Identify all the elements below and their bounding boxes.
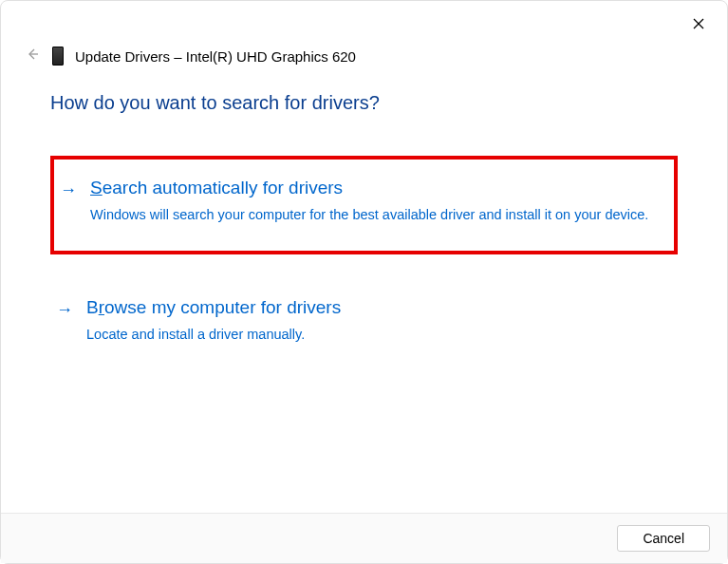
close-icon bbox=[693, 18, 704, 29]
device-icon bbox=[52, 47, 64, 66]
option-browse-computer[interactable]: → Browse my computer for drivers Locate … bbox=[50, 279, 678, 361]
option-title: Browse my computer for drivers bbox=[86, 296, 668, 319]
update-drivers-dialog: Update Drivers – Intel(R) UHD Graphics 6… bbox=[0, 0, 728, 564]
option-title: Search automatically for drivers bbox=[90, 177, 664, 199]
dialog-title: Update Drivers – Intel(R) UHD Graphics 6… bbox=[75, 48, 356, 65]
close-button[interactable] bbox=[687, 12, 710, 35]
option-text: Browse my computer for drivers Locate an… bbox=[86, 296, 668, 344]
dialog-content: How do you want to search for drivers? →… bbox=[1, 75, 727, 513]
back-arrow-icon bbox=[26, 47, 39, 61]
cancel-button[interactable]: Cancel bbox=[617, 525, 710, 552]
dialog-header: Update Drivers – Intel(R) UHD Graphics 6… bbox=[1, 1, 727, 75]
option-text: Search automatically for drivers Windows… bbox=[90, 177, 664, 224]
dialog-footer: Cancel bbox=[1, 513, 727, 563]
question-heading: How do you want to search for drivers? bbox=[50, 92, 678, 114]
back-button[interactable] bbox=[24, 47, 41, 65]
option-search-automatically[interactable]: → Search automatically for drivers Windo… bbox=[50, 156, 678, 254]
option-description: Locate and install a driver manually. bbox=[86, 325, 668, 344]
option-description: Windows will search your computer for th… bbox=[90, 205, 664, 224]
arrow-right-icon: → bbox=[60, 179, 77, 201]
arrow-right-icon: → bbox=[56, 298, 73, 321]
